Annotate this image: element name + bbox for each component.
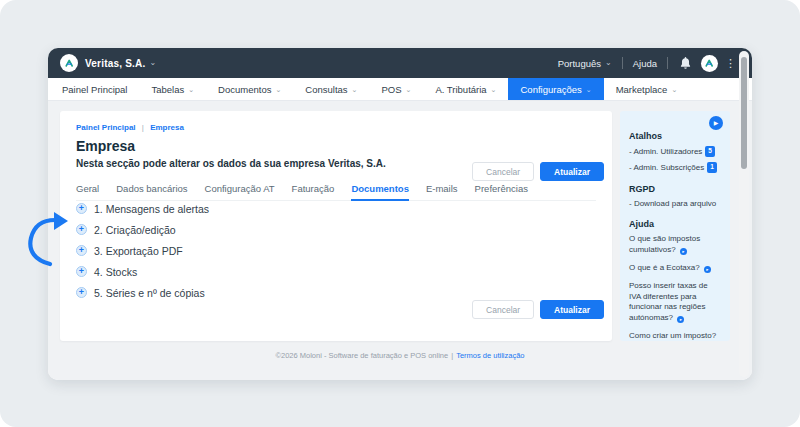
topbar-divider	[622, 57, 623, 69]
chevron-down-icon: ⌄	[149, 59, 156, 67]
topbar: Veritas, S.A. ⌄ Português ⌄ Ajuda	[48, 48, 752, 78]
action-buttons-bottom: Cancelar Atualizar	[472, 300, 604, 319]
language-selector[interactable]: Português ⌄	[558, 58, 612, 69]
annotation-arrow	[26, 210, 78, 272]
kebab-menu-icon[interactable]: ⋮	[725, 58, 736, 69]
breadcrumb-painel-principal[interactable]: Painel Principal	[76, 123, 136, 132]
chevron-down-icon: ⌄	[605, 59, 612, 67]
subtitle-company-name: Veritas, S.A.	[328, 158, 386, 169]
scrollbar-thumb[interactable]	[741, 57, 747, 169]
nav-item-marketplace[interactable]: Marketplace⌄	[604, 78, 690, 100]
help-link[interactable]: Ajuda	[633, 58, 657, 69]
chevron-down-icon: ⌄	[406, 86, 412, 93]
tab-preferencias[interactable]: Preferências	[475, 180, 528, 200]
rgpd-title: RGPD	[629, 184, 721, 194]
nav-item-tabelas[interactable]: Tabelas⌄	[139, 78, 206, 100]
accordion-item-exportacao-pdf[interactable]: + 3. Exportação PDF	[76, 245, 209, 256]
help-title: Ajuda	[629, 219, 721, 229]
company-name: Veritas, S.A.	[85, 58, 145, 69]
notifications-bell-icon[interactable]	[680, 57, 691, 69]
page-background: Veritas, S.A. ⌄ Português ⌄ Ajuda	[0, 0, 800, 427]
tab-configuracao-at[interactable]: Configuração AT	[205, 180, 275, 200]
company-logo	[60, 54, 78, 72]
nav-item-pos[interactable]: POS⌄	[369, 78, 423, 100]
help-link-icon: ▸	[677, 316, 684, 323]
chevron-down-icon: ⌄	[491, 86, 497, 93]
count-badge: 5	[705, 146, 715, 157]
shortcut-admin-utilizadores[interactable]: - Admin. Utilizadores5	[629, 146, 721, 158]
content-area: Painel Principal | Empresa Empresa Nesta…	[48, 101, 752, 380]
tab-faturacao[interactable]: Faturação	[292, 180, 335, 200]
footer-separator: |	[451, 351, 453, 360]
rgpd-download-link[interactable]: - Download para arquivo	[629, 199, 721, 210]
tab-documentos[interactable]: Documentos	[351, 180, 409, 201]
cancel-button[interactable]: Cancelar	[472, 162, 534, 181]
chevron-down-icon: ⌄	[352, 86, 358, 93]
nav-item-configuracoes[interactable]: Configurações⌄	[508, 78, 603, 100]
shortcut-admin-subscricoes[interactable]: - Admin. Subscrições1	[629, 162, 721, 174]
nav-item-documentos[interactable]: Documentos⌄	[206, 78, 293, 100]
help-link-icon: ▸	[680, 248, 687, 255]
cancel-button[interactable]: Cancelar	[472, 300, 534, 319]
topbar-right: Português ⌄ Ajuda ⋮	[558, 55, 736, 72]
user-avatar[interactable]	[701, 55, 718, 72]
chevron-down-icon: ⌄	[275, 86, 281, 93]
tab-emails[interactable]: E-mails	[426, 180, 458, 200]
chevron-down-icon: ⌄	[671, 86, 677, 93]
help-link-criar-imposto[interactable]: Como criar um imposto? ▸	[629, 331, 721, 341]
app-window: Veritas, S.A. ⌄ Português ⌄ Ajuda	[48, 48, 752, 380]
breadcrumb: Painel Principal | Empresa	[76, 123, 596, 132]
tab-geral[interactable]: Geral	[76, 180, 99, 200]
tab-dados-bancarios[interactable]: Dados bancários	[116, 180, 187, 200]
accordion-item-criacao-edicao[interactable]: + 2. Criação/edição	[76, 224, 209, 235]
page-title: Empresa	[76, 138, 596, 154]
action-buttons-top: Cancelar Atualizar	[472, 162, 604, 181]
language-label: Português	[558, 58, 601, 69]
play-icon: ▶	[714, 120, 719, 126]
update-button[interactable]: Atualizar	[540, 162, 604, 181]
topbar-divider	[667, 57, 668, 69]
documents-accordion: + 1. Mensagens de alertas + 2. Criação/e…	[76, 203, 209, 308]
help-link-ecotaxa[interactable]: O que é a Ecotaxa? ▸	[629, 263, 721, 274]
footer: ©2026 Moloni - Software de faturação e P…	[48, 351, 752, 360]
vertical-scrollbar[interactable]	[739, 51, 749, 377]
expand-plus-icon[interactable]: +	[76, 287, 87, 298]
help-link-icon: ▸	[704, 266, 711, 273]
copyright-text: ©2026 Moloni - Software de faturação e P…	[275, 351, 448, 360]
count-badge: 1	[707, 162, 717, 173]
terms-link[interactable]: Termos de utilização	[456, 351, 524, 360]
help-link-taxas-iva[interactable]: Posso inserir taxas de IVA diferentes pa…	[629, 281, 721, 324]
breadcrumb-separator: |	[142, 123, 144, 132]
accordion-item-series-copias[interactable]: + 5. Séries e nº de cópias	[76, 287, 209, 298]
play-video-button[interactable]: ▶	[709, 116, 723, 130]
chevron-down-icon: ⌄	[188, 86, 194, 93]
update-button[interactable]: Atualizar	[540, 300, 604, 319]
accordion-item-mensagens-de-alertas[interactable]: + 1. Mensagens de alertas	[76, 203, 209, 214]
chevron-down-icon: ⌄	[586, 86, 592, 93]
nav-item-a-tributaria[interactable]: A. Tributária⌄	[423, 78, 508, 100]
help-link-impostos-cumulativos[interactable]: O que são impostos cumulativos? ▸	[629, 234, 721, 256]
settings-tabs: Geral Dados bancários Configuração AT Fa…	[76, 180, 596, 201]
nav-item-consultas[interactable]: Consultas⌄	[293, 78, 369, 100]
accordion-item-stocks[interactable]: + 4. Stocks	[76, 266, 209, 277]
nav-item-painel-principal[interactable]: Painel Principal	[50, 78, 139, 100]
settings-card: Painel Principal | Empresa Empresa Nesta…	[60, 111, 612, 341]
shortcuts-title: Atalhos	[629, 131, 721, 141]
help-sidebar: ▶ Atalhos - Admin. Utilizadores5 - Admin…	[620, 111, 730, 341]
breadcrumb-empresa[interactable]: Empresa	[150, 123, 184, 132]
company-switcher[interactable]: Veritas, S.A. ⌄	[60, 54, 156, 72]
main-nav: Painel Principal Tabelas⌄ Documentos⌄ Co…	[48, 78, 752, 101]
